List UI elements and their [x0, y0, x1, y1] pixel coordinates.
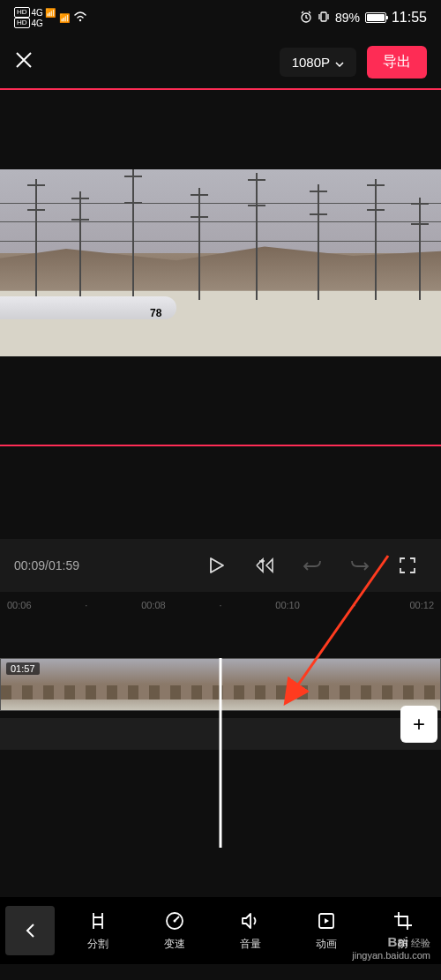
tool-animation[interactable]: 动画 [300, 909, 353, 952]
top-toolbar: 1080P 导出 [0, 35, 441, 88]
split-icon [86, 909, 109, 932]
status-bar: HD 4G 📶 HD 4G 📶 89% 11:55 [0, 0, 441, 35]
ruler-mark: 00:06 [7, 600, 32, 610]
chevron-down-icon [335, 55, 344, 70]
timeline-ruler[interactable]: 00:06 · 00:08 · 00:10 · 00:12 [0, 592, 441, 618]
battery-percent: 89% [335, 11, 360, 25]
wifi-icon [73, 11, 87, 24]
tool-speed[interactable]: 变速 [148, 909, 201, 952]
ruler-mark: 00:08 [141, 600, 166, 610]
network-4g-1: 4G [32, 8, 43, 18]
svg-rect-2 [321, 12, 326, 21]
status-right: 89% 11:55 [300, 10, 427, 26]
add-clip-button[interactable]: + [400, 706, 437, 743]
vibrate-icon [318, 11, 330, 26]
play-button[interactable] [198, 546, 236, 585]
back-button[interactable] [5, 906, 55, 955]
resolution-selector[interactable]: 1080P [280, 48, 356, 77]
fullscreen-button[interactable] [388, 546, 427, 585]
watermark: Bai 经验 jingyan.baidu.com [352, 934, 430, 961]
hd-badge-2: HD [14, 18, 30, 28]
volume-icon [239, 909, 262, 932]
signal-icon-1: 📶 [45, 8, 56, 18]
battery-icon [365, 12, 386, 23]
timecode: 00:09/01:59 [14, 558, 189, 572]
playhead[interactable] [220, 658, 222, 848]
timeline[interactable]: 01:57 + [0, 658, 441, 848]
network-4g-2: 4G [32, 19, 43, 28]
redo-button[interactable] [340, 546, 379, 585]
status-left: HD 4G 📶 HD 4G 📶 [14, 7, 87, 28]
export-button[interactable]: 导出 [367, 46, 427, 79]
signal-icon-2: 📶 [59, 13, 70, 23]
animation-icon [315, 909, 338, 932]
clip-duration-badge: 01:57 [6, 662, 40, 675]
clock-time: 11:55 [392, 10, 427, 26]
svg-point-5 [173, 920, 176, 923]
hd-badge-1: HD [14, 7, 30, 18]
ruler-mark: 00:10 [275, 600, 300, 610]
undo-button[interactable] [293, 546, 332, 585]
close-button[interactable] [14, 49, 34, 76]
playback-controls: 00:09/01:59 [0, 539, 441, 592]
resolution-label: 1080P [292, 55, 330, 70]
keyframe-button[interactable] [245, 546, 284, 585]
svg-point-0 [79, 19, 81, 21]
ruler-mark: 00:12 [409, 600, 434, 610]
tool-split[interactable]: 分割 [71, 909, 124, 952]
preview-area: 78 [0, 88, 441, 446]
video-preview[interactable]: 78 [0, 169, 441, 356]
crop-icon [392, 909, 415, 932]
tool-volume[interactable]: 音量 [224, 909, 277, 952]
train-number: 78 [150, 307, 161, 319]
speed-icon [163, 909, 186, 932]
alarm-icon [300, 11, 312, 26]
crop-line-bottom[interactable] [0, 445, 441, 446]
